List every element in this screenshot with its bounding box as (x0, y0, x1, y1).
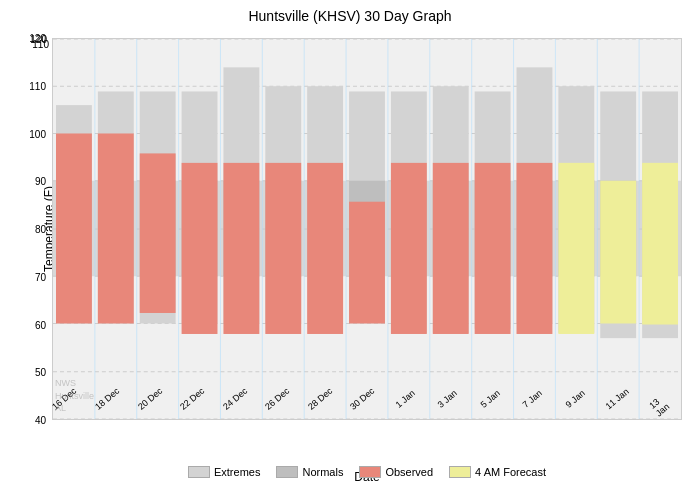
chart-title: Huntsville (KHSV) 30 Day Graph (0, 0, 700, 28)
ytick-40: 40 (35, 415, 46, 426)
svg-rect-26 (223, 163, 259, 334)
ytick-80: 80 (35, 224, 46, 235)
legend-swatch-forecast (449, 466, 471, 478)
legend-item-observed: Observed (359, 466, 433, 478)
ytick-90: 90 (35, 176, 46, 187)
legend-swatch-extremes (188, 466, 210, 478)
legend-label-observed: Observed (385, 466, 433, 478)
svg-rect-32 (307, 163, 343, 334)
chart-container: Huntsville (KHSV) 30 Day Graph Temperatu… (0, 0, 700, 500)
svg-rect-20 (140, 153, 176, 313)
legend-item-normals: Normals (276, 466, 343, 478)
svg-rect-14 (56, 133, 92, 323)
legend-item-extremes: Extremes (188, 466, 260, 478)
chart-svg (53, 39, 681, 419)
legend-label-normals: Normals (302, 466, 343, 478)
legend-item-forecast: 4 AM Forecast (449, 466, 546, 478)
svg-rect-38 (391, 163, 427, 334)
x-axis-ticks: 16 Dec 18 Dec 20 Dec 22 Dec 24 Dec 26 De… (52, 395, 682, 435)
ytick-70: 70 (35, 271, 46, 282)
legend-label-extremes: Extremes (214, 466, 260, 478)
legend-label-forecast: 4 AM Forecast (475, 466, 546, 478)
ytick-60: 60 (35, 319, 46, 330)
legend-swatch-normals (276, 466, 298, 478)
svg-rect-29 (265, 163, 301, 334)
svg-rect-44 (475, 163, 511, 334)
svg-rect-41 (433, 163, 469, 334)
ytick-120: 120 (29, 33, 46, 44)
svg-rect-47 (517, 163, 553, 334)
svg-rect-56 (642, 163, 678, 325)
svg-rect-50 (558, 163, 594, 334)
chart-area: 120 110 (52, 38, 682, 420)
legend-swatch-observed (359, 466, 381, 478)
svg-rect-35 (349, 202, 385, 324)
legend: Extremes Normals Observed 4 AM Forecast (52, 466, 682, 478)
ytick-50: 50 (35, 367, 46, 378)
svg-rect-17 (98, 133, 134, 323)
svg-rect-23 (182, 163, 218, 334)
y-axis-ticks: 120 110 100 90 80 70 60 50 40 (0, 38, 52, 420)
ytick-110: 110 (29, 80, 46, 91)
ytick-100: 100 (29, 128, 46, 139)
svg-rect-53 (600, 181, 636, 324)
